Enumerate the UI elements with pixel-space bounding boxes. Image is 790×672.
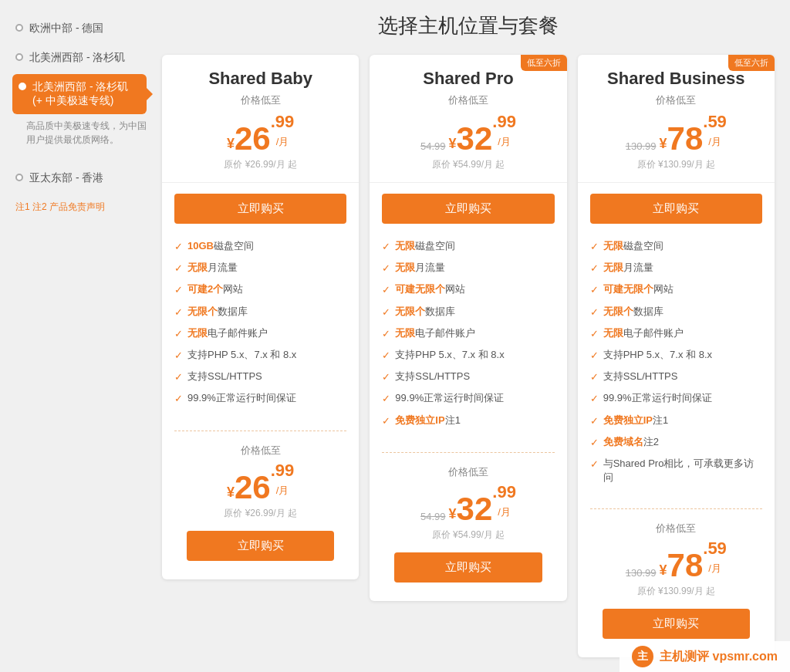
plan-price-old: 130.99 (626, 140, 657, 152)
check-icon: ✓ (382, 414, 390, 428)
sidebar-item-us-west[interactable]: 北美洲西部 - 洛杉矶 (12, 45, 147, 71)
feature-highlight: 无限个 (603, 305, 633, 319)
feature-item: ✓免费独立IP 注1 (590, 414, 762, 428)
plans-grid: Shared Baby价格低至¥26.99/月原价 ¥26.99/月 起立即购买… (162, 55, 775, 657)
price-yen-symbol: ¥ (227, 136, 235, 152)
sidebar-item-us-west-cn[interactable]: 北美洲西部 - 洛杉矶 (+ 中美极速专线) (12, 74, 147, 114)
feature-item: ✓可建无限个 网站 (590, 282, 762, 297)
feature-item: ✓无限 电子邮件账户 (382, 326, 554, 341)
buy-button-top[interactable]: 立即购买 (590, 194, 762, 224)
check-icon: ✓ (590, 414, 599, 428)
footer-yen-symbol: ¥ (660, 562, 667, 579)
plan-card-baby: Shared Baby价格低至¥26.99/月原价 ¥26.99/月 起立即购买… (162, 55, 359, 579)
feature-highlight: 无限 (603, 239, 623, 253)
footer-price-decimal: .59 (703, 539, 727, 559)
plan-features: ✓无限 磁盘空间✓无限 月流量✓可建无限个 网站✓无限个 数据库✓无限 电子邮件… (370, 231, 566, 446)
buy-button-bottom[interactable]: 立即购买 (603, 609, 750, 639)
check-icon: ✓ (174, 327, 183, 341)
plan-price-block: 130.99¥78.59/月 (590, 112, 762, 155)
buy-button-top[interactable]: 立即购买 (382, 194, 554, 224)
feature-item: ✓无限 磁盘空间 (590, 239, 762, 254)
footer-price-main: 26 (235, 471, 271, 504)
check-icon: ✓ (590, 349, 599, 363)
feature-item: ✓无限 电子邮件账户 (590, 326, 762, 341)
buy-button-top[interactable]: 立即购买 (174, 194, 346, 224)
feature-highlight: 免费独立IP (395, 414, 444, 427)
feature-item: ✓可建无限个 网站 (382, 282, 554, 297)
feature-item: ✓可建2个 网站 (174, 282, 346, 297)
footer-price-label: 价格低至 (382, 465, 554, 479)
check-icon: ✓ (174, 283, 183, 297)
check-icon: ✓ (590, 240, 599, 254)
footer-price-old: 130.99 (626, 567, 657, 579)
check-icon: ✓ (174, 262, 183, 275)
price-period: /月 (492, 135, 516, 149)
footer-price-period: /月 (703, 562, 727, 576)
price-period: /月 (703, 135, 727, 149)
feature-item: ✓无限 月流量 (382, 261, 554, 275)
main-content: 选择主机位置与套餐 Shared Baby价格低至¥26.99/月原价 ¥26.… (154, 0, 790, 672)
footer-price-block: 54.99¥32.99/月 (382, 482, 554, 525)
check-icon: ✓ (174, 240, 183, 254)
feature-item: ✓无限个 数据库 (590, 305, 762, 319)
feature-highlight: 免费域名 (603, 435, 643, 449)
page-title: 选择主机位置与套餐 (162, 12, 775, 39)
footer-original-price: 原价 ¥26.99/月 起 (174, 507, 346, 520)
footer-price-block: ¥26.99/月 (174, 461, 346, 504)
check-icon: ✓ (382, 349, 390, 363)
feature-highlight: 无限 (187, 261, 208, 275)
sidebar-dot (15, 24, 23, 32)
feature-item: ✓支持SSL/HTTPS (174, 370, 346, 384)
plan-subtitle: 价格低至 (590, 93, 762, 107)
plan-original-price: 原价 ¥130.99/月 起 (590, 158, 762, 171)
buy-button-bottom[interactable]: 立即购买 (394, 552, 542, 583)
sidebar-active-note: 高品质中美极速专线，为中国用户提供最优质网络。 (26, 119, 147, 147)
feature-item: ✓无限 磁盘空间 (382, 239, 554, 254)
check-icon: ✓ (174, 349, 183, 363)
bottom-bar-label: 主机测评 vpsmr.com (660, 649, 778, 665)
site-icon: 主 (632, 646, 653, 667)
feature-item: ✓支持SSL/HTTPS (590, 370, 762, 384)
discount-badge: 低至六折 (728, 55, 775, 71)
price-main: 26 (235, 123, 271, 155)
footer-dec-block: .99/月 (271, 461, 295, 501)
feature-item: ✓免费域名 注2 (590, 435, 762, 450)
check-icon: ✓ (590, 262, 599, 275)
sidebar: 欧洲中部 - 德国北美洲西部 - 洛杉矶北美洲西部 - 洛杉矶 (+ 中美极速专… (0, 0, 154, 672)
sidebar-item-asia[interactable]: 亚太东部 - 香港 (12, 165, 147, 191)
check-icon: ✓ (590, 306, 599, 319)
price-main: 78 (667, 123, 704, 155)
feature-highlight: 无限 (603, 261, 623, 275)
sidebar-item-label: 北美洲西部 - 洛杉矶 (29, 51, 125, 65)
plan-card-business: 低至六折Shared Business价格低至130.99¥78.59/月原价 … (578, 55, 775, 657)
plan-price-old: 54.99 (420, 140, 446, 152)
feature-item: ✓支持PHP 5.x、7.x 和 8.x (590, 348, 762, 363)
price-decimal: .99 (492, 112, 516, 132)
check-icon: ✓ (590, 283, 599, 297)
plan-name: Shared Pro (382, 69, 554, 89)
buy-button-bottom[interactable]: 立即购买 (187, 531, 334, 561)
sidebar-item-europe[interactable]: 欧洲中部 - 德国 (12, 15, 147, 42)
sidebar-footer-link[interactable]: 注1 注2 产品免责声明 (12, 201, 147, 214)
feature-highlight: 无限 (395, 239, 415, 253)
feature-highlight: 无限 (395, 326, 415, 340)
plan-original-price: 原价 ¥26.99/月 起 (174, 158, 346, 171)
plan-card-pro: 低至六折Shared Pro价格低至54.99¥32.99/月原价 ¥54.99… (370, 55, 566, 601)
price-decimal: .59 (703, 112, 727, 132)
check-icon: ✓ (382, 392, 390, 406)
feature-item: ✓无限 月流量 (174, 261, 346, 275)
check-icon: ✓ (590, 458, 599, 471)
check-icon: ✓ (174, 370, 183, 384)
plan-header: Shared Pro价格低至54.99¥32.99/月原价 ¥54.99/月 起 (370, 55, 566, 183)
feature-highlight: 可建无限个 (603, 282, 653, 296)
plan-divider (590, 508, 762, 509)
price-dec-block: .99/月 (492, 112, 516, 152)
plan-footer: 价格低至¥26.99/月原价 ¥26.99/月 起立即购买 (162, 437, 359, 579)
plan-name: Shared Baby (174, 69, 346, 89)
feature-highlight: 无限 (187, 326, 208, 340)
price-period: /月 (271, 135, 295, 149)
sidebar-dot (19, 83, 26, 90)
sidebar-dot (15, 53, 23, 61)
check-icon: ✓ (174, 392, 183, 406)
price-dec-block: .99/月 (271, 112, 295, 152)
